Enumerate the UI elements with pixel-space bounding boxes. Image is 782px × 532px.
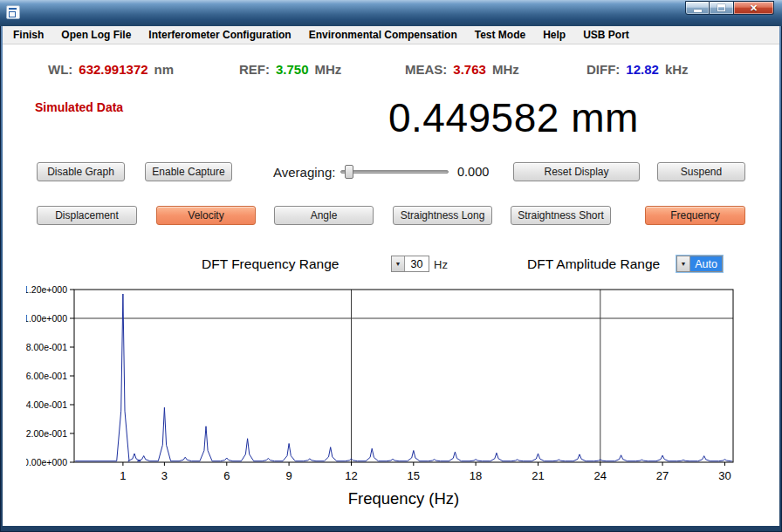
svg-text:15: 15 [408,469,420,482]
app-icon [6,5,20,19]
title-bar[interactable]: ✕ [0,0,782,26]
diff-unit: kHz [665,62,689,77]
menu-finish[interactable]: Finish [4,26,52,44]
svg-text:18: 18 [470,469,482,482]
dft-amplitude-range-label: DFT Amplitude Range [527,256,660,272]
mode-straightness-long-button[interactable]: Straightness Long [393,206,492,225]
minimize-button[interactable] [685,1,710,15]
wl-unit: nm [154,62,175,77]
svg-text:2.00e-001: 2.00e-001 [26,428,67,439]
averaging-slider-thumb[interactable] [345,165,353,179]
diff-value: 12.82 [626,62,659,77]
mode-angle-button[interactable]: Angle [274,206,374,225]
minimize-icon [694,10,702,12]
menu-open-log-file[interactable]: Open Log File [52,26,140,44]
svg-text:6: 6 [223,469,230,482]
svg-text:3: 3 [161,469,168,482]
ref-value: 3.750 [276,62,309,77]
mode-displacement-button[interactable]: Displacement [37,206,137,225]
menu-test-mode[interactable]: Test Mode [466,26,534,44]
dft-frequency-range-value[interactable]: 30 [405,256,429,271]
svg-text:0.00e+000: 0.00e+000 [26,457,67,467]
ref-frequency-readout: REF: 3.750 MHz [239,62,341,77]
menu-bar: Finish Open Log File Interferometer Conf… [3,26,779,44]
dft-amplitude-range-select[interactable]: ▼ Auto [676,256,723,272]
client-area: WL: 632.991372 nm REF: 3.750 MHz MEAS: 3… [3,44,779,526]
svg-text:24: 24 [594,469,607,482]
mode-straightness-short-button[interactable]: Straightness Short [511,206,611,225]
chevron-down-icon[interactable]: ▼ [677,256,690,271]
dft-frequency-range-unit: Hz [434,258,448,271]
svg-text:4.00e-001: 4.00e-001 [26,399,67,410]
disable-graph-button[interactable]: Disable Graph [37,162,125,181]
svg-text:9: 9 [285,469,292,482]
enable-capture-button[interactable]: Enable Capture [145,162,232,181]
ref-unit: MHz [315,62,342,77]
reset-display-button[interactable]: Reset Display [513,162,640,181]
chevron-down-icon[interactable]: ▼ [392,256,405,271]
menu-interferometer-configuration[interactable]: Interferometer Configuration [140,26,299,44]
maximize-button[interactable] [710,1,734,15]
dft-frequency-range-label: DFT Frequency Range [202,256,339,272]
meas-frequency-readout: MEAS: 3.763 MHz [405,62,519,77]
mode-frequency-button[interactable]: Frequency [645,206,745,225]
diff-frequency-readout: DIFF: 12.82 kHz [586,62,689,77]
svg-text:Frequency (Hz): Frequency (Hz) [348,489,459,508]
averaging-slider[interactable] [340,170,449,174]
suspend-button[interactable]: Suspend [657,162,745,181]
averaging-value: 0.000 [457,165,489,179]
simulated-data-label: Simulated Data [35,100,123,114]
close-icon: ✕ [750,2,758,14]
wl-label: WL: [48,62,72,77]
diff-label: DIFF: [586,62,620,77]
svg-text:1.20e+000: 1.20e+000 [26,284,67,295]
close-button[interactable]: ✕ [734,1,774,15]
svg-text:21: 21 [532,469,544,482]
app-window: ✕ Finish Open Log File Interferometer Co… [0,0,782,532]
averaging-label: Averaging: [273,165,335,180]
menu-usb-port[interactable]: USB Port [574,26,638,44]
ref-label: REF: [239,62,270,77]
maximize-icon [717,4,725,11]
svg-text:30: 30 [718,469,731,482]
mode-velocity-button[interactable]: Velocity [156,206,256,225]
measurement-readout: 0.449582 mm [388,94,639,141]
meas-unit: MHz [492,62,519,77]
svg-text:27: 27 [656,469,669,482]
svg-text:8.00e-001: 8.00e-001 [26,342,67,352]
menu-environmental-compensation[interactable]: Environmental Compensation [300,26,466,44]
dft-frequency-range-select[interactable]: ▼ 30 [391,256,429,272]
caption-buttons: ✕ [685,1,774,15]
meas-label: MEAS: [405,62,447,77]
dft-amplitude-range-value[interactable]: Auto [690,256,722,271]
wavelength-readout: WL: 632.991372 nm [48,62,174,77]
svg-text:6.00e-001: 6.00e-001 [26,371,67,381]
svg-text:12: 12 [345,469,357,482]
meas-value: 3.763 [453,62,486,77]
svg-text:1.00e+000: 1.00e+000 [26,313,67,324]
menu-help[interactable]: Help [534,26,574,44]
svg-text:1: 1 [120,469,126,482]
wl-value: 632.991372 [79,62,147,77]
dft-spectrum-chart: 1369121518212427300.00e+0002.00e-0014.00… [26,283,751,514]
